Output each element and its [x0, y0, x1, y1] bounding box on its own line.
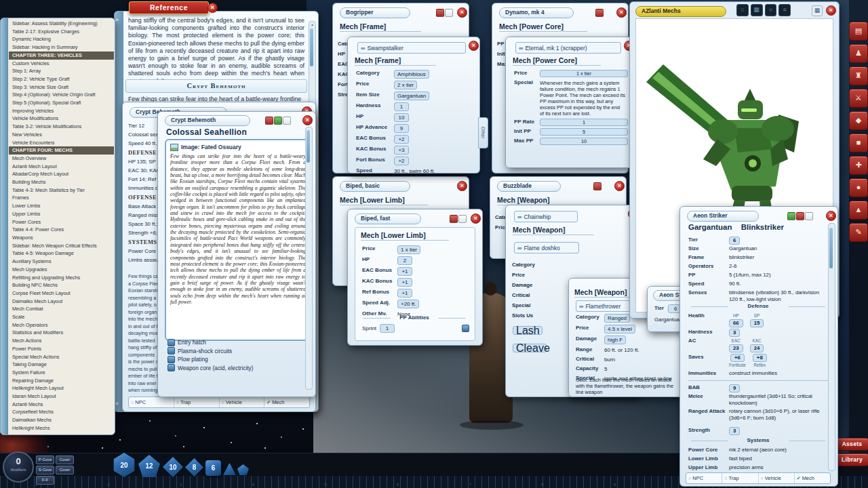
auxiliary-system-row[interactable]: Plow plating [167, 355, 253, 364]
field-value[interactable]: +1 [397, 267, 412, 276]
top-bar-button[interactable]: ▦ [751, 4, 763, 16]
sidebar-item[interactable]: System Failure [9, 369, 114, 377]
field-value[interactable]: burn [604, 356, 615, 363]
scrollbar-thumb[interactable] [310, 28, 313, 66]
statblock-scrollbar[interactable] [828, 223, 835, 471]
field-value[interactable]: high F [604, 336, 626, 344]
field-value[interactable]: 3 [729, 329, 740, 337]
window-title[interactable]: Biped, fast [355, 214, 421, 224]
filter-tab[interactable]: Mech [795, 473, 830, 483]
close-icon[interactable]: × [614, 181, 625, 191]
sidebar-item[interactable]: Taking Damage [9, 361, 114, 369]
toolbar-button[interactable]: ▲ [849, 201, 868, 220]
field-value[interactable]: 5 [540, 128, 628, 136]
field-value[interactable]: 2 [397, 256, 412, 265]
close-icon[interactable]: × [826, 211, 836, 221]
sidebar-item[interactable]: Daimalkan Mechs [9, 416, 114, 424]
sidebar-item[interactable]: New Vehicles [9, 131, 114, 139]
kac-value[interactable]: 24 [750, 344, 764, 352]
field-value[interactable]: 2 x tier [394, 81, 417, 89]
sidebar-item[interactable]: Sidebar: Hacking in Summary [9, 43, 114, 52]
sidebar-item[interactable]: Frames [9, 194, 114, 202]
library-button[interactable]: Library [835, 453, 868, 466]
sidebar-item[interactable]: Table 4-3: Mech Statistics by Tier [9, 186, 114, 195]
field-value[interactable]: 9 [394, 124, 409, 133]
mech-power-core-window[interactable]: × ∞ Eternal, mk 1 (scrapper) Mech [Power… [505, 37, 635, 168]
item-name-field[interactable]: ∞ Swampstalker [357, 42, 466, 54]
sidebar-item[interactable]: Auxiliary Systems [9, 258, 114, 266]
sidebar-item[interactable]: Vehicle Encounters [9, 139, 114, 147]
field-value[interactable]: fast biped [729, 455, 752, 462]
close-icon[interactable]: × [826, 5, 836, 16]
auxiliary-system-row[interactable]: Weapon core (acid, electricity) [167, 364, 253, 373]
field-value[interactable]: 4.5 x level [604, 325, 635, 333]
modifier-button[interactable]: S-Cove [36, 466, 54, 474]
sidebar-item[interactable]: Upper Limbs [9, 210, 114, 218]
sidebar-item[interactable]: Sidebar: Mech Weapon Critical Effects [9, 242, 114, 250]
eac-value[interactable]: 23 [729, 344, 743, 352]
sidebar-item[interactable]: Idaran Mech Layout [9, 392, 114, 401]
sidebar-item[interactable]: Step 5 (Optional): Special Graft [9, 99, 114, 107]
toolbar-button[interactable]: ● [849, 178, 868, 197]
field-value[interactable]: 9 [729, 384, 740, 392]
modifier-button[interactable]: P-Cove [36, 455, 54, 464]
sidebar-item[interactable]: Azlanti Mechs [9, 401, 114, 409]
lock-icon[interactable] [450, 215, 458, 223]
modifier-button[interactable]: F-F [36, 476, 54, 485]
sidebar-item[interactable]: Step 4 (Optional): Vehicle Origin Graft [9, 91, 114, 99]
lock-icon[interactable] [796, 212, 804, 220]
hotkey-slot-number[interactable]: 8 [507, 483, 579, 488]
window-title[interactable]: Aeon Striker [687, 211, 759, 222]
field-value[interactable]: Gargantuan [394, 92, 429, 100]
field-value[interactable]: 30 ft., swim 60 ft. [394, 167, 435, 175]
toolbar-button[interactable]: ■ [849, 134, 868, 152]
chat-share-icon[interactable] [283, 117, 291, 125]
field-value[interactable]: +20 ft. [397, 300, 419, 308]
field-value[interactable]: +3 [394, 146, 409, 155]
filter-tab[interactable]: Trap [722, 473, 758, 483]
crypt-behemoth-description-window[interactable]: Crypt Behemoth × Colossal Seahellion Ima… [157, 111, 316, 397]
image-link[interactable]: Image: Fated Ossuary [170, 144, 306, 151]
field-value[interactable]: construct immunities [729, 370, 777, 377]
auxiliary-system-row[interactable]: Plasma-shock circuits [167, 347, 253, 356]
sidebar-item[interactable]: Step 3: Vehicle Size Graft [9, 83, 114, 92]
field-value[interactable]: 10 [394, 113, 409, 122]
tab-other[interactable]: Other [478, 117, 488, 148]
close-icon[interactable]: × [302, 115, 313, 125]
sidebar-item[interactable]: Daimalko Mech Layout [9, 298, 114, 306]
field-value[interactable]: 1 x tier [397, 245, 420, 254]
field-value[interactable]: thundergauntlet (3d6+11 So; critical kno… [729, 393, 828, 406]
chat-share-icon[interactable] [805, 212, 813, 220]
sidebar-item[interactable]: Building Mechs [9, 178, 114, 186]
field-value[interactable]: 5 [604, 365, 607, 373]
close-icon[interactable]: × [469, 41, 479, 51]
pp-ability-chip[interactable]: Cleave [513, 344, 547, 352]
close-icon[interactable]: × [471, 214, 481, 224]
d6-die[interactable]: 6 [205, 460, 221, 476]
fortitude-value[interactable]: +6 [730, 354, 745, 362]
sidebar-item[interactable]: Sidebar: Assess Stability (Engineering) [9, 20, 114, 28]
hotkey-slot-number[interactable]: 5 [290, 483, 362, 488]
sidebar-item[interactable]: Corpse Fleet Mech Layout [9, 289, 114, 298]
sidebar-item[interactable]: Lower Limbs [9, 202, 114, 210]
sidebar-item[interactable]: Mech Combat [9, 305, 114, 313]
assets-button[interactable]: Assets [835, 438, 868, 451]
field-value[interactable]: +1 [397, 289, 412, 298]
filter-tab[interactable]: Trap [174, 397, 220, 407]
field-value[interactable]: Whenever the mech gains a system failure… [540, 79, 625, 117]
scrollbar-thumb[interactable] [307, 130, 310, 163]
field-value[interactable]: Gargantuan [729, 245, 757, 252]
reference-index-sidebar[interactable]: Sidebar: Assess Stability (Engineering) … [0, 18, 115, 435]
field-value[interactable]: 3 [729, 427, 740, 435]
field-value[interactable]: blindsense (vibration) 30 ft., darkvisio… [729, 289, 828, 302]
ability-icon[interactable] [462, 325, 469, 332]
window-title[interactable]: Dynamo, mk 4 [499, 7, 574, 18]
pp-ability-value[interactable]: 1 [380, 324, 395, 333]
toolbar-button[interactable]: ✎ [849, 223, 868, 242]
field-value[interactable]: 6 [729, 237, 740, 245]
sidebar-item[interactable]: Weapons [9, 234, 114, 242]
unlock-icon[interactable] [787, 212, 795, 220]
sidebar-item[interactable]: Refitting and Upgrading Mechs [9, 274, 114, 282]
window-title[interactable]: AZlanti Mechs [635, 6, 726, 17]
field-value[interactable]: 1 [394, 102, 409, 111]
